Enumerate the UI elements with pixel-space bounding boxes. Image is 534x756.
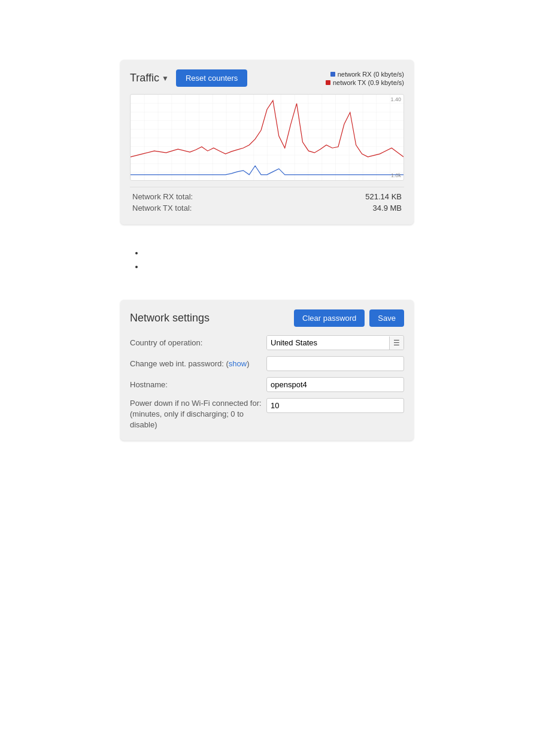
powerdown-row: Power down if no Wi-Fi connected for: (m…	[130, 398, 404, 431]
legend-tx-label: network TX (0.9 kbyte/s)	[333, 79, 404, 86]
country-label: Country of operation:	[130, 338, 262, 347]
password-input[interactable]	[266, 356, 404, 371]
country-table-icon[interactable]: ☰	[389, 336, 403, 350]
chart-svg	[131, 95, 403, 181]
traffic-chart: 1.40 1.0k	[130, 94, 404, 181]
chart-label-top: 1.40	[390, 96, 401, 102]
stat-tx-label: Network TX total:	[132, 204, 192, 212]
country-input-wrapper[interactable]: ☰	[266, 335, 404, 350]
password-row: Change web int. password: (show)	[130, 356, 404, 371]
hostname-input[interactable]	[266, 377, 404, 392]
bullet-item-1	[144, 248, 414, 257]
bullet-list	[138, 248, 414, 271]
reset-counters-button[interactable]: Reset counters	[176, 69, 247, 87]
traffic-card: Traffic ▼ Reset counters network RX (0 k…	[120, 60, 414, 224]
stat-rx-value: 521.14 KB	[365, 192, 402, 201]
legend-tx: network TX (0.9 kbyte/s)	[326, 79, 404, 86]
traffic-chevron-icon[interactable]: ▼	[162, 74, 169, 83]
network-settings-card: Network settings Clear password Save Cou…	[120, 300, 414, 441]
traffic-stats: Network RX total: 521.14 KB Network TX t…	[130, 187, 404, 215]
svg-rect-0	[131, 95, 403, 181]
stat-row-rx: Network RX total: 521.14 KB	[132, 192, 402, 201]
bullet-item-2	[144, 262, 414, 271]
legend-tx-icon	[326, 80, 330, 85]
settings-header: Network settings Clear password Save	[130, 309, 404, 327]
password-show-link[interactable]: show	[229, 359, 247, 368]
chart-label-bottom: 1.0k	[391, 172, 401, 178]
settings-form: Country of operation: ☰ Change web int. …	[130, 335, 404, 431]
traffic-header: Traffic ▼ Reset counters network RX (0 k…	[130, 69, 404, 87]
stat-row-tx: Network TX total: 34.9 MB	[132, 204, 402, 212]
settings-buttons: Clear password Save	[294, 309, 404, 327]
traffic-legend: network RX (0 kbyte/s) network TX (0.9 k…	[326, 71, 404, 86]
country-row: Country of operation: ☰	[130, 335, 404, 350]
legend-rx-label: network RX (0 kbyte/s)	[338, 71, 404, 78]
powerdown-label: Power down if no Wi-Fi connected for: (m…	[130, 398, 262, 431]
bullet-section	[120, 236, 414, 288]
legend-rx-icon	[330, 72, 335, 77]
powerdown-input[interactable]	[266, 398, 404, 413]
traffic-title: Traffic ▼	[130, 72, 169, 84]
legend-rx: network RX (0 kbyte/s)	[330, 71, 404, 78]
save-button[interactable]: Save	[369, 309, 404, 327]
password-label: Change web int. password: (show)	[130, 359, 262, 368]
hostname-label: Hostname:	[130, 380, 262, 389]
country-input[interactable]	[267, 336, 389, 350]
traffic-title-text: Traffic	[130, 72, 159, 84]
stat-tx-value: 34.9 MB	[373, 204, 402, 212]
settings-title: Network settings	[130, 312, 210, 324]
stat-rx-label: Network RX total:	[132, 192, 193, 201]
hostname-row: Hostname:	[130, 377, 404, 392]
clear-password-button[interactable]: Clear password	[294, 309, 365, 327]
